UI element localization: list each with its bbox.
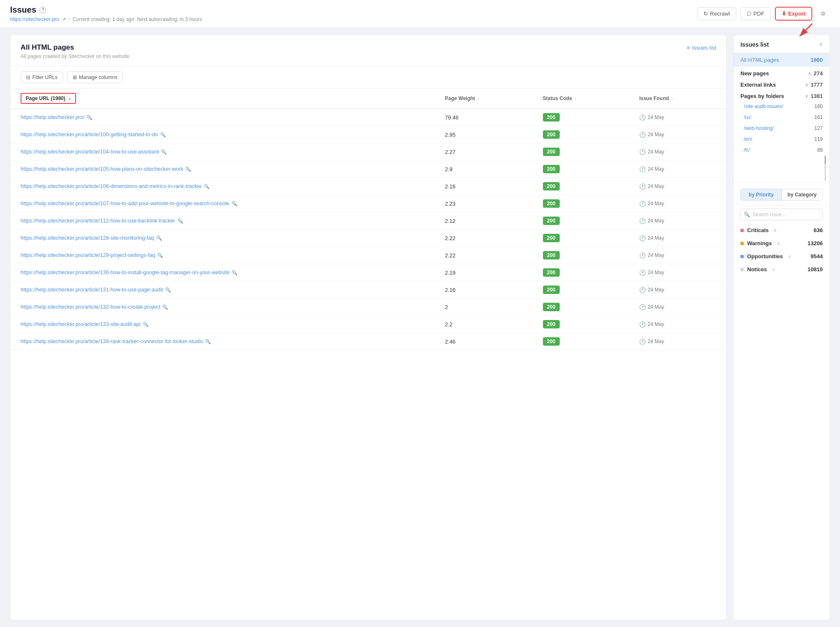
warnings-row[interactable]: Warnings ∧ 13206 (734, 237, 829, 250)
url-search-icon[interactable]: 🔍 (177, 218, 183, 224)
right-panel-title: Issues list (740, 41, 769, 48)
page-url-link[interactable]: https://help.sitechecker.pro/article/134… (21, 339, 425, 344)
opportunities-label: Opportunities (747, 253, 783, 259)
url-search-icon[interactable]: 🔍 (165, 287, 171, 293)
page-weight-col-header[interactable]: Page Weight ↕ (435, 89, 533, 108)
url-header-box[interactable]: Page URL (1980) ∨ (21, 93, 76, 104)
issue-found-value: 🕐 24 May (639, 321, 716, 328)
warnings-left: Warnings ∧ (740, 240, 780, 246)
search-issue-input[interactable] (740, 209, 823, 220)
page-url-link[interactable]: https://help.sitechecker.pro/ 🔍 (21, 114, 425, 120)
page-title: Issues (10, 5, 36, 15)
page-url-link[interactable]: https://help.sitechecker.pro/article/104… (21, 149, 425, 155)
status-badge: 200 (543, 130, 560, 139)
pages-by-folders-section[interactable]: Pages by folders ∨ 1381 (734, 90, 829, 101)
url-search-icon[interactable]: 🔍 (185, 167, 191, 172)
page-url-link[interactable]: https://help.sitechecker.pro/article/129… (21, 252, 425, 258)
url-search-icon[interactable]: 🔍 (204, 184, 210, 189)
table-row: https://help.sitechecker.pro/article/133… (11, 316, 726, 333)
page-url-link[interactable]: https://help.sitechecker.pro/article/106… (21, 183, 425, 189)
url-search-icon[interactable]: 🔍 (232, 201, 237, 206)
folder-row[interactable]: /fr/ 89 (734, 145, 829, 156)
notices-chevron: ∧ (772, 267, 775, 272)
url-search-icon[interactable]: 🔍 (232, 270, 237, 275)
columns-icon: ⊞ (73, 74, 77, 80)
url-col-header[interactable]: Page URL (1980) ∨ (11, 89, 435, 108)
url-search-icon[interactable]: 🔍 (162, 304, 168, 310)
export-wrapper: ⬇ Export (775, 7, 812, 21)
warnings-chevron: ∧ (777, 241, 780, 246)
page-url-link[interactable]: https://help.sitechecker.pro/article/133… (21, 321, 425, 327)
clock-icon: 🕐 (639, 149, 646, 155)
notices-row[interactable]: Notices ∧ 10810 (734, 263, 829, 276)
clock-icon: 🕐 (639, 183, 646, 190)
url-text: https://help.sitechecker.pro/ (21, 114, 84, 120)
warnings-label: Warnings (747, 240, 772, 246)
page-url-link[interactable]: https://help.sitechecker.pro/article/132… (21, 304, 425, 310)
page-url-link[interactable]: https://help.sitechecker.pro/article/100… (21, 132, 425, 138)
issues-list-link[interactable]: ≡ Issues list (687, 45, 716, 51)
page-url-link[interactable]: https://help.sitechecker.pro/article/131… (21, 287, 425, 293)
manage-columns-button[interactable]: ⊞ Manage columns (67, 71, 123, 83)
status-code-cell: 200 (533, 178, 629, 195)
new-pages-section[interactable]: New pages ∧ 274 (734, 67, 829, 78)
folder-row[interactable]: /web-hosting/ 127 (734, 123, 829, 134)
status-badge: 200 (543, 199, 560, 208)
url-text: https://help.sitechecker.pro/article/107… (21, 201, 229, 206)
folder-row[interactable]: /ru/ 161 (734, 112, 829, 123)
close-panel-button[interactable]: × (819, 41, 823, 48)
tab-category[interactable]: by Category (782, 189, 823, 201)
panel-header: All HTML pages ≡ Issues list All pages c… (11, 35, 726, 66)
site-url-link[interactable]: https://sitechecker.pro (10, 16, 59, 22)
table-container: Page URL (1980) ∨ Page Weight ↕ Status C… (11, 89, 726, 620)
all-html-row[interactable]: All HTML pages 1980 (734, 53, 829, 67)
page-url-link[interactable]: https://help.sitechecker.pro/article/107… (21, 201, 425, 206)
pdf-button[interactable]: ⬡ PDF (740, 7, 771, 20)
help-icon[interactable]: ? (39, 7, 46, 13)
url-search-icon[interactable]: 🔍 (160, 132, 166, 138)
tab-priority[interactable]: by Priority (740, 189, 782, 201)
opportunities-row[interactable]: Opportunities ∧ 9544 (734, 250, 829, 263)
issue-sort-icon: ↕ (671, 96, 673, 101)
issue-found-value: 🕐 24 May (639, 114, 716, 121)
clock-icon: 🕐 (639, 201, 646, 207)
url-search-icon[interactable]: 🔍 (157, 253, 163, 258)
status-code-cell: 200 (533, 161, 629, 178)
priority-category-tabs: by Priority by Category (734, 185, 829, 205)
issue-found-cell: 🕐 24 May (629, 316, 726, 333)
filter-icon: ⊟ (26, 74, 30, 80)
settings-button[interactable]: ⚙ (816, 8, 830, 20)
external-links-section[interactable]: External links ∧ 1777 (734, 78, 829, 90)
folder-row[interactable]: /en/ 119 (734, 134, 829, 145)
issue-found-cell: 🕐 24 May (629, 299, 726, 316)
url-text: https://help.sitechecker.pro/article/100… (21, 132, 158, 138)
folder-path: /en/ (744, 136, 752, 142)
page-url-link[interactable]: https://help.sitechecker.pro/article/112… (21, 218, 425, 224)
page-weight-cell: 2.2 (435, 316, 533, 333)
page-url-link[interactable]: https://help.sitechecker.pro/article/130… (21, 270, 425, 275)
status-code-cell: 200 (533, 108, 629, 126)
page-url-link[interactable]: https://help.sitechecker.pro/article/128… (21, 235, 425, 241)
filter-urls-button[interactable]: ⊟ Filter URLs (21, 71, 63, 83)
table-row: https://help.sitechecker.pro/article/106… (11, 178, 726, 195)
folder-row[interactable]: /site-audit-issues/ 180 (734, 101, 829, 112)
url-search-icon[interactable]: 🔍 (205, 339, 211, 344)
export-button[interactable]: ⬇ Export (775, 7, 812, 21)
url-search-icon[interactable]: 🔍 (161, 149, 167, 155)
status-code-cell: 200 (533, 126, 629, 143)
page-weight-cell: 2.16 (435, 178, 533, 195)
issue-found-value: 🕐 24 May (639, 201, 716, 207)
recrawl-button[interactable]: ↻ Recrawl (697, 7, 736, 20)
url-search-icon[interactable]: 🔍 (156, 235, 162, 241)
clock-icon: 🕐 (639, 235, 646, 241)
status-code-col-header[interactable]: Status Code ↕ (533, 89, 629, 108)
issue-found-col-header[interactable]: Issue Found ↕ (629, 89, 726, 108)
url-search-icon[interactable]: 🔍 (143, 322, 149, 327)
page-weight-cell: 2.19 (435, 264, 533, 281)
clock-icon: 🕐 (639, 287, 646, 293)
url-text: https://help.sitechecker.pro/article/134… (21, 339, 203, 344)
issue-found-value: 🕐 24 May (639, 287, 716, 293)
url-search-icon[interactable]: 🔍 (87, 115, 92, 120)
criticals-row[interactable]: Criticals ∧ 636 (734, 224, 829, 237)
page-url-link[interactable]: https://help.sitechecker.pro/article/105… (21, 166, 425, 172)
